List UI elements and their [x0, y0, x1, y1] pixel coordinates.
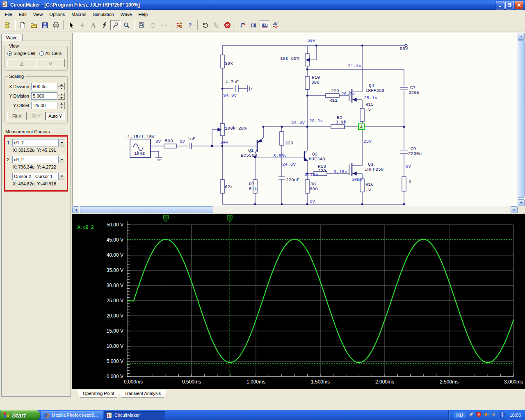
title-bar[interactable]: CircuitMaker - [C:\Program Files\...\JLH…: [0, 0, 525, 10]
probe-tool-icon: [112, 22, 119, 29]
new-file-button[interactable]: [18, 20, 28, 30]
schematic-horizontal-scrollbar[interactable]: [72, 206, 518, 213]
component-label: BC556B: [241, 153, 257, 158]
reset-button[interactable]: [200, 20, 210, 30]
menu-item-wave[interactable]: Wave: [117, 11, 135, 18]
bluetooth-tray-icon: [499, 411, 505, 418]
taskbar-task-circuitmaker[interactable]: CircuitMaker: [104, 411, 165, 420]
mirror-button[interactable]: [159, 20, 169, 30]
component-label: 220: [318, 169, 326, 173]
fit-x-button[interactable]: Fit X: [7, 112, 27, 120]
zoom-tool-button[interactable]: [121, 20, 132, 30]
cell-down-button[interactable]: ▽: [36, 59, 65, 67]
fit-y-button[interactable]: Fit Y: [27, 112, 46, 120]
minimize-button[interactable]: [496, 1, 504, 9]
close-button[interactable]: [515, 1, 523, 9]
vertical-scroll-thumb[interactable]: [518, 40, 525, 198]
security-shield-tray-icon[interactable]: [476, 411, 482, 419]
scroll-down-icon[interactable]: [518, 199, 525, 206]
scope-pulse-button[interactable]: [260, 20, 270, 30]
radio-single-cell[interactable]: Single Cell: [7, 51, 35, 56]
cell-up-button[interactable]: △: [7, 59, 36, 67]
scope-step-button[interactable]: [237, 20, 248, 30]
y-axis-tick-label: 40.00 V: [107, 252, 123, 258]
help-button[interactable]: ?: [185, 20, 195, 30]
language-indicator[interactable]: HU: [454, 412, 466, 418]
component-label: C9: [411, 146, 416, 151]
cursor2-signal-value: c9_2: [13, 156, 58, 163]
mirror-icon: [160, 22, 167, 29]
menu-item-edit[interactable]: Edit: [16, 11, 30, 18]
parts-browser-button[interactable]: [2, 20, 13, 30]
waveform-plot[interactable]: 50.00 V45.00 V40.00 V35.00 V30.00 V25.00…: [72, 214, 525, 389]
tab-operating-point[interactable]: Operating Point: [76, 390, 121, 398]
schematic-vertical-scrollbar[interactable]: [518, 33, 525, 206]
auto-y-button[interactable]: Auto Y: [46, 112, 65, 120]
cursor-difference-select[interactable]: Cursor 2 - Cursor 1: [12, 173, 65, 180]
bluetooth-tray-icon[interactable]: [499, 411, 505, 419]
y-division-spinner[interactable]: [58, 92, 65, 100]
taskbar-task-mozilla[interactable]: Mozilla Firefox kezdő...: [41, 411, 103, 420]
menu-bar: FileEditViewOptionsMacrosSimulationWaveH…: [0, 10, 525, 18]
new-file-icon: [19, 22, 26, 29]
pen-tray-icon[interactable]: [468, 411, 474, 419]
text-tool-button[interactable]: A: [88, 20, 98, 30]
probe-tool-button[interactable]: [110, 20, 121, 30]
wire-tool-button[interactable]: [77, 20, 87, 30]
menu-item-simulation[interactable]: Simulation: [89, 11, 117, 18]
node-voltage-label: 0v: [310, 199, 315, 204]
tab-transient-analysis[interactable]: Transient Analysis: [118, 390, 167, 398]
y-offset-spinner[interactable]: [58, 102, 65, 109]
toolbar-separator: [63, 20, 64, 30]
save-file-button[interactable]: [40, 20, 50, 30]
scope-mixed-button[interactable]: [271, 20, 281, 30]
restore-button[interactable]: [505, 1, 514, 9]
probe-marker-a[interactable]: A: [358, 124, 364, 130]
scrollbar-corner: [518, 206, 525, 214]
find-button[interactable]: [137, 20, 147, 30]
cursor2-dropdown-icon[interactable]: [58, 156, 65, 163]
menu-item-file[interactable]: File: [2, 11, 16, 18]
delete-tool-icon: [101, 22, 108, 29]
cursor2-signal-select[interactable]: c9_2: [12, 156, 65, 163]
x-axis-tick-label: 0.000ms: [124, 379, 143, 385]
x-division-input[interactable]: 500.0u: [31, 83, 57, 90]
start-button[interactable]: Start: [0, 410, 40, 420]
scope-square-button[interactable]: [249, 20, 259, 30]
node-voltage-label: 3.18v: [333, 169, 347, 174]
menu-item-view[interactable]: View: [30, 11, 46, 18]
y-offset-input[interactable]: -25.00: [31, 102, 57, 109]
digital-options-button[interactable]: [174, 20, 184, 30]
radio-all-cells[interactable]: All Cells: [39, 51, 62, 56]
delete-tool-button[interactable]: [99, 20, 110, 30]
scroll-up-icon[interactable]: [518, 33, 525, 40]
component-label: 62k: [225, 185, 233, 189]
node-voltage-label: 24.6v: [282, 162, 296, 167]
help-icon: ?: [187, 22, 194, 29]
audio-device-tray-icon[interactable]: [491, 411, 498, 419]
cursor1-signal-select[interactable]: c9_2: [12, 139, 65, 146]
cursor-difference-dropdown-icon[interactable]: [58, 173, 65, 180]
print-button[interactable]: [51, 20, 61, 30]
cursor-1-flag-label: 1: [165, 216, 167, 220]
print-icon: [52, 22, 59, 29]
node-voltage-label: 34.9v: [223, 93, 237, 98]
scroll-left-icon[interactable]: [72, 206, 79, 213]
menu-item-options[interactable]: Options: [46, 11, 68, 18]
rotate-button[interactable]: [148, 20, 158, 30]
cursor1-dropdown-icon[interactable]: [58, 139, 65, 146]
node-voltage-label: 50mv: [352, 177, 363, 182]
horizontal-scroll-thumb[interactable]: [80, 206, 213, 213]
open-file-button[interactable]: [29, 20, 39, 30]
tab-wave[interactable]: Wave: [1, 34, 23, 41]
stop-button[interactable]: [222, 20, 233, 30]
y-division-input[interactable]: 5.000: [31, 92, 57, 100]
arrow-tool-button[interactable]: [66, 20, 76, 30]
menu-item-macros[interactable]: Macros: [68, 11, 89, 18]
menu-item-help[interactable]: Help: [135, 11, 151, 18]
scroll-right-icon[interactable]: [511, 206, 518, 213]
x-division-spinner[interactable]: [58, 83, 65, 90]
volume-tray-icon[interactable]: [484, 411, 490, 419]
wrench-button[interactable]: [211, 20, 221, 30]
schematic-canvas[interactable]: 50v50V10k 60%39k4.7uF34.9v31.4vR10680Q4I…: [72, 33, 518, 206]
